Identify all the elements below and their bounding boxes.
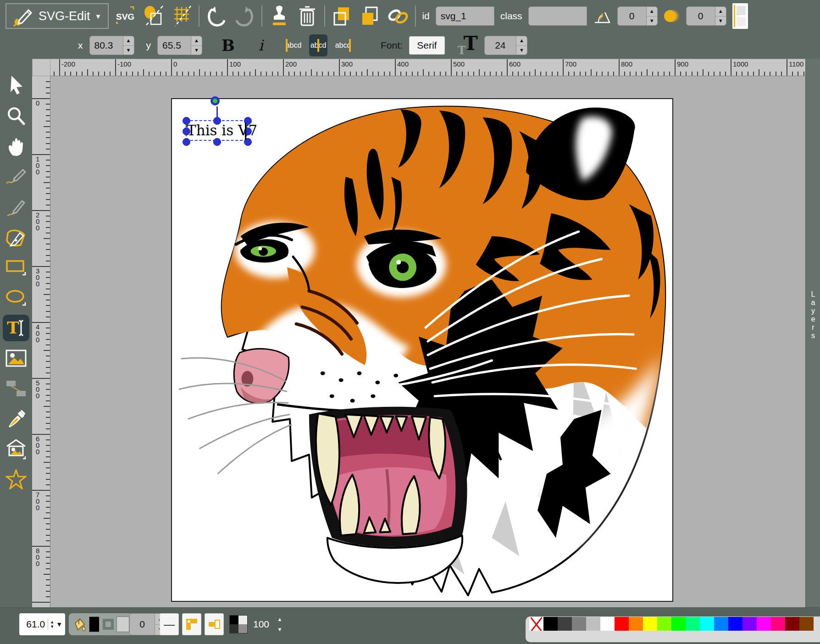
element-id-input[interactable]: svg_1 [436,6,494,26]
font-size-input[interactable]: 24 [484,36,516,55]
palette-swatch[interactable] [742,617,757,631]
palette-swatch[interactable] [771,617,785,631]
blur-spinner[interactable]: ▲▼ [715,6,726,26]
palette-swatch[interactable] [686,617,700,631]
tool-connector[interactable] [3,375,29,402]
y-position-input[interactable]: 65.5 [157,36,191,55]
tool-text[interactable]: T [3,315,29,341]
ruler-tick [46,143,50,144]
tool-ellipse[interactable] [3,284,29,311]
x-position-input[interactable]: 80.3 [89,36,123,55]
ruler-tick [608,72,609,76]
move-to-bottom-button[interactable] [331,4,353,28]
opacity-gradient-icon[interactable] [229,615,248,633]
layers-panel-toggle[interactable]: Layers [805,59,820,607]
selection-handle-n[interactable] [213,117,221,125]
palette-swatch[interactable] [558,617,572,631]
stroke-color-control[interactable] [99,613,133,635]
linecap-button[interactable] [205,613,224,635]
palette-swatch[interactable] [799,617,814,631]
text-anchor-middle-button[interactable]: abcd [309,34,327,56]
font-size-spinner[interactable]: ▲▼ [516,36,527,55]
swatch-panel-button[interactable] [732,3,748,29]
tool-shape-library[interactable] [3,436,29,462]
ruler-tick [46,193,50,194]
stroke-style-button[interactable]: — [160,613,179,635]
undo-button[interactable] [205,4,227,28]
palette-swatch[interactable] [700,617,714,631]
element-class-input[interactable] [528,6,587,26]
blur-input[interactable]: 0 [686,6,715,26]
text-anchor-start-button[interactable]: abcd [284,34,303,56]
zoom-dropdown-icon[interactable]: ▼ [56,621,62,628]
font-family-button[interactable]: Serif [409,36,445,55]
stroke-width-input[interactable]: 0 [129,613,155,635]
tool-path[interactable] [3,224,29,250]
selection-handle-w[interactable] [183,128,190,135]
linejoin-button[interactable] [182,613,201,635]
rotate-grip[interactable] [211,96,220,105]
x-spinner[interactable]: ▲▼ [123,36,134,55]
palette-swatch[interactable] [671,617,686,631]
tool-star[interactable] [3,466,29,493]
selection-handle-sw[interactable] [183,138,190,146]
zoom-control[interactable]: 61.0 ▲▼ ▼ [19,613,65,635]
selection-handle-nw[interactable] [183,117,190,125]
y-spinner[interactable]: ▲▼ [191,36,202,55]
palette-swatch[interactable] [714,617,728,631]
palette-swatch[interactable] [572,617,586,631]
tool-eyedropper[interactable] [3,405,29,432]
ruler-tick [613,72,614,76]
wireframe-button[interactable] [143,4,165,28]
selection-handle-s[interactable] [213,138,221,146]
palette-swatch[interactable] [785,617,799,631]
palette-swatch[interactable] [728,617,742,631]
grid-snap-button[interactable] [171,4,193,28]
ruler-tick [32,546,50,547]
palette-swatch[interactable] [629,617,643,631]
workspace[interactable]: This is V7 [50,76,805,607]
tool-select[interactable] [3,72,29,98]
stroke-color-swatch[interactable] [116,616,129,632]
edit-source-button[interactable]: SVG [115,4,137,28]
zoom-spinner[interactable]: ▲▼ [48,620,56,629]
ruler-label: 0 [173,60,177,68]
ruler-tick [46,221,50,222]
zoom-value[interactable]: 61.0 [22,619,48,630]
svg-canvas[interactable]: This is V7 [171,98,673,602]
main-menu-button[interactable]: SVG-Edit ▼ [6,3,109,29]
selection-box[interactable] [186,120,247,141]
ruler-tick [46,87,50,88]
delete-button[interactable] [296,4,318,28]
ruler-tick [46,445,50,446]
toolbar-separator [324,6,325,27]
bold-button[interactable]: B [219,36,238,55]
make-link-button[interactable] [387,4,409,28]
ruler-tick [451,59,452,76]
italic-button[interactable]: i [256,36,266,55]
move-to-top-button[interactable] [359,4,381,28]
palette-swatch[interactable] [657,617,671,631]
ruler-tick [32,322,50,323]
redo-button[interactable] [233,4,255,28]
rotation-angle-input[interactable]: 0 [617,6,647,26]
ruler-tick [512,72,513,76]
tool-line[interactable] [3,194,29,220]
palette-swatch[interactable] [643,617,657,631]
tool-image[interactable] [3,345,29,372]
palette-swatch-none[interactable] [529,617,543,631]
tool-pencil[interactable] [3,163,29,190]
tool-rectangle[interactable] [3,254,29,281]
palette-swatch[interactable] [586,617,600,631]
palette-swatch[interactable] [615,617,629,631]
clone-button[interactable] [268,4,290,28]
angle-spinner[interactable]: ▲▼ [647,6,658,26]
palette-swatch[interactable] [543,617,558,631]
text-anchor-end-button[interactable]: abcd [334,34,352,56]
palette-swatch[interactable] [600,617,615,631]
tool-pan[interactable] [3,133,29,160]
opacity-spinner[interactable]: ▲▼ [274,614,285,634]
tool-zoom[interactable] [3,103,29,129]
opacity-value[interactable]: 100 [253,613,269,635]
palette-swatch[interactable] [757,617,771,631]
